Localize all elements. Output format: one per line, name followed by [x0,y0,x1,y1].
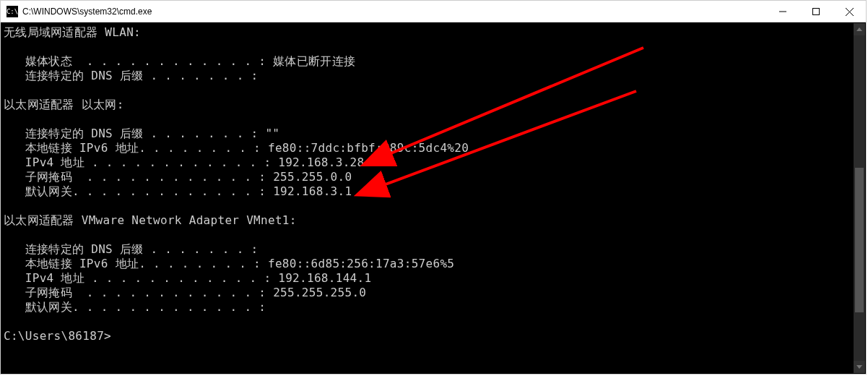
row-value: 192.168.3.1 [273,184,352,198]
row-label: IPv4 地址 . . . . . . . . . . . . : [4,271,278,285]
svg-marker-5 [856,27,862,31]
row-value: fe80::6d85:256:17a3:57e6%5 [268,257,454,270]
section-header: 以太网适配器 VMware Network Adapter VMnet1: [4,213,866,228]
config-row: 本地链接 IPv6 地址. . . . . . . . : fe80::7ddc… [4,141,866,155]
terminal-area[interactable]: 无线局域网适配器 WLAN: 媒体状态 . . . . . . . . . . … [1,22,866,374]
blank-line [4,83,866,98]
config-row: 默认网关. . . . . . . . . . . . . : [4,300,866,315]
minimize-button[interactable] [766,1,799,22]
row-label: 本地链接 IPv6 地址. . . . . . . . : [4,141,268,155]
row-label: 连接特定的 DNS 后缀 . . . . . . . : [4,242,259,256]
config-row: 子网掩码 . . . . . . . . . . . . : 255.255.0… [4,170,866,184]
chevron-down-icon [856,365,862,369]
row-label: 子网掩码 . . . . . . . . . . . . : [4,170,273,184]
config-row: 媒体状态 . . . . . . . . . . . . : 媒体已断开连接 [4,54,866,69]
blank-line [4,40,866,54]
cmd-window: C:\ C:\WINDOWS\system32\cmd.exe 无线局域网适配器… [0,0,867,375]
config-row: IPv4 地址 . . . . . . . . . . . . : 192.16… [4,155,866,170]
close-icon [846,8,854,16]
row-value: 192.168.3.28 [278,155,364,169]
config-row: 连接特定的 DNS 后缀 . . . . . . . : [4,242,866,257]
row-label: 默认网关. . . . . . . . . . . . . : [4,300,266,314]
config-row: IPv4 地址 . . . . . . . . . . . . : 192.16… [4,271,866,286]
config-row: 连接特定的 DNS 后缀 . . . . . . . : "" [4,127,866,141]
config-row: 连接特定的 DNS 后缀 . . . . . . . : [4,69,866,83]
row-label: 子网掩码 . . . . . . . . . . . . : [4,286,273,299]
row-value: "" [265,127,279,140]
app-icon: C:\ [6,6,18,17]
section-header: 以太网适配器 以太网: [4,98,866,112]
blank-line [4,112,866,127]
window-title: C:\WINDOWS\system32\cmd.exe [22,7,766,17]
scroll-down-button[interactable] [854,361,865,373]
titlebar[interactable]: C:\ C:\WINDOWS\system32\cmd.exe [1,1,866,22]
row-value: 255.255.0.0 [273,170,352,184]
blank-line [4,228,866,242]
maximize-button[interactable] [799,1,833,22]
row-label: 媒体状态 . . . . . . . . . . . . : [4,54,273,68]
scrollbar-thumb[interactable] [855,168,864,312]
svg-marker-6 [856,365,862,369]
config-row: 默认网关. . . . . . . . . . . . . : 192.168.… [4,184,866,199]
row-label: 本地链接 IPv6 地址. . . . . . . . : [4,257,268,270]
row-value: 192.168.144.1 [278,271,371,285]
blank-line [4,315,866,329]
prompt-line[interactable]: C:\Users\86187> [4,329,866,343]
config-row: 子网掩码 . . . . . . . . . . . . : 255.255.2… [4,286,866,300]
scroll-up-button[interactable] [854,23,865,35]
row-value: fe80::7ddc:bfbf:989c:5dc4%20 [268,141,469,155]
window-controls [766,1,866,22]
maximize-icon [812,8,820,15]
row-value: 255.255.255.0 [273,286,366,299]
close-button[interactable] [833,1,866,22]
row-label: 默认网关. . . . . . . . . . . . . : [4,184,273,198]
minimize-icon [779,8,786,15]
svg-rect-1 [813,9,820,15]
row-label: 连接特定的 DNS 后缀 . . . . . . . : [4,69,259,82]
row-value: 媒体已断开连接 [273,54,355,68]
row-label: 连接特定的 DNS 后缀 . . . . . . . : [4,127,265,140]
row-label: IPv4 地址 . . . . . . . . . . . . : [4,155,278,169]
chevron-up-icon [856,27,862,31]
section-header: 无线局域网适配器 WLAN: [4,25,866,40]
blank-line [4,199,866,213]
config-row: 本地链接 IPv6 地址. . . . . . . . : fe80::6d85… [4,257,866,271]
vertical-scrollbar[interactable] [854,23,865,373]
